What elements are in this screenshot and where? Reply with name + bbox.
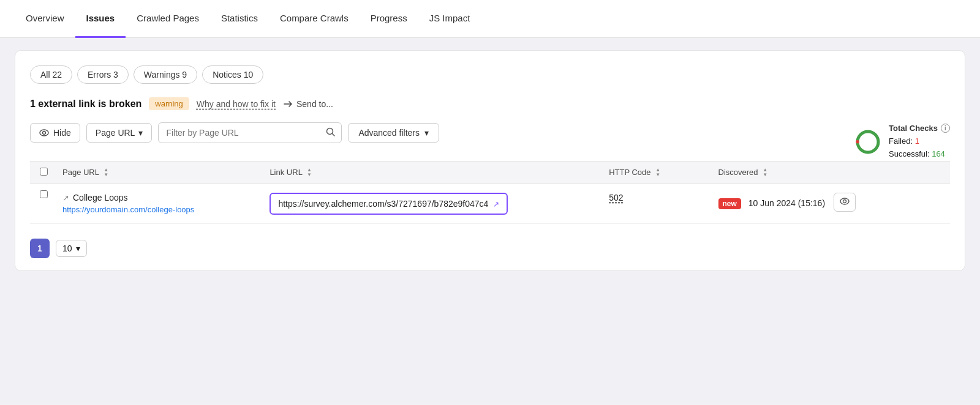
- filter-tab-all[interactable]: All 22: [30, 65, 72, 84]
- chevron-down-icon: ▾: [138, 128, 143, 138]
- sort-page-url-icon[interactable]: ▲▼: [104, 168, 108, 177]
- controls-and-checks: Hide Page URL ▾: [30, 122, 950, 161]
- filter-tab-notices[interactable]: Notices 10: [202, 65, 263, 84]
- controls-row: Hide Page URL ▾: [30, 122, 842, 143]
- page-title: College Loops: [73, 193, 128, 202]
- page-url-dropdown[interactable]: Page URL ▾: [86, 123, 153, 143]
- advanced-filters-button[interactable]: Advanced filters ▾: [348, 123, 439, 143]
- issues-card: All 22 Errors 3 Warnings 9 Notices 10 1 …: [15, 50, 965, 271]
- svg-point-7: [843, 200, 846, 203]
- view-button[interactable]: [834, 193, 856, 212]
- search-button[interactable]: [320, 123, 341, 143]
- top-nav: Overview Issues Crawled Pages Statistics…: [0, 0, 980, 38]
- nav-item-js-impact[interactable]: JS Impact: [418, 0, 481, 38]
- filter-tab-errors[interactable]: Errors 3: [77, 65, 129, 84]
- hide-button[interactable]: Hide: [30, 123, 80, 143]
- page-url-link[interactable]: https://yourdomain.com/college-loops: [62, 205, 194, 214]
- chevron-down-per-page: ▾: [76, 243, 80, 253]
- total-checks-text: Failed: 1 Successful: 164: [889, 135, 950, 161]
- col-discovered: Discovered ▲▼: [709, 161, 951, 184]
- svg-point-0: [40, 130, 48, 136]
- nav-item-progress[interactable]: Progress: [360, 0, 418, 38]
- svg-line-3: [333, 134, 335, 136]
- link-url-cell: https://survey.alchemer.com/s3/7271697/b…: [260, 184, 599, 224]
- filter-tab-warnings[interactable]: Warnings 9: [134, 65, 197, 84]
- total-checks-label: Total Checks: [889, 124, 938, 133]
- total-checks-info: Total Checks i Failed: 1 Successful: 164: [889, 124, 950, 161]
- nav-item-overview[interactable]: Overview: [15, 0, 75, 38]
- successful-value: 164: [932, 149, 945, 158]
- discovered-cell: new 10 Jun 2024 (15:16): [709, 184, 951, 224]
- donut-chart: [854, 128, 881, 155]
- search-box: [158, 122, 342, 143]
- link-url-text: https://survey.alchemer.com/s3/7271697/b…: [278, 199, 488, 209]
- failed-value: 1: [915, 136, 919, 146]
- http-code-cell: 502: [599, 184, 708, 224]
- nav-item-issues[interactable]: Issues: [75, 0, 126, 38]
- eye-icon: [39, 128, 49, 138]
- issue-headline: 1 external link is broken warning Why an…: [30, 97, 950, 110]
- col-page-url: Page URL ▲▼: [53, 161, 260, 184]
- issue-badge: warning: [149, 97, 189, 110]
- svg-point-4: [858, 132, 878, 152]
- chevron-down-icon-adv: ▾: [424, 128, 429, 138]
- http-code-value: 502: [609, 193, 623, 202]
- sort-link-url-icon[interactable]: ▲▼: [307, 168, 312, 177]
- svg-point-6: [840, 198, 849, 204]
- filter-tabs: All 22 Errors 3 Warnings 9 Notices 10: [30, 65, 950, 84]
- table-row: ↗ College Loops https://yourdomain.com/c…: [30, 184, 950, 224]
- send-icon: [283, 99, 293, 109]
- col-http-code: HTTP Code ▲▼: [599, 161, 708, 184]
- sort-discovered-icon[interactable]: ▲▼: [763, 168, 767, 177]
- main-content: All 22 Errors 3 Warnings 9 Notices 10 1 …: [0, 38, 980, 283]
- data-table: Page URL ▲▼ Link URL ▲▼ HTTP Code: [30, 161, 950, 225]
- successful-label: Successful:: [889, 149, 929, 158]
- col-link-url: Link URL ▲▼: [260, 161, 599, 184]
- controls-left: Hide Page URL ▾: [30, 122, 842, 155]
- discovered-date: 10 Jun 2024 (15:16): [748, 198, 825, 208]
- search-icon: [326, 127, 335, 136]
- failed-label: Failed:: [889, 136, 913, 146]
- pagination-row: 1 10 ▾: [30, 236, 950, 258]
- page-1-button[interactable]: 1: [30, 239, 50, 258]
- search-input[interactable]: [159, 124, 320, 142]
- sort-http-code-icon[interactable]: ▲▼: [655, 168, 660, 177]
- svg-point-1: [43, 132, 46, 135]
- total-checks-info-icon[interactable]: i: [941, 124, 950, 133]
- link-url-ext-icon: ↗: [493, 200, 499, 209]
- external-link-icon: ↗: [62, 193, 69, 202]
- select-all-checkbox[interactable]: [40, 168, 48, 176]
- nav-item-statistics[interactable]: Statistics: [210, 0, 269, 38]
- row-checkbox[interactable]: [40, 190, 48, 198]
- nav-item-crawled-pages[interactable]: Crawled Pages: [126, 0, 210, 38]
- new-badge: new: [718, 198, 741, 209]
- nav-item-compare-crawls[interactable]: Compare Crawls: [269, 0, 360, 38]
- fix-link[interactable]: Why and how to fix it: [197, 99, 276, 109]
- send-to-button[interactable]: Send to...: [283, 99, 333, 109]
- total-checks-widget: Total Checks i Failed: 1 Successful: 164: [854, 122, 950, 161]
- per-page-select[interactable]: 10 ▾: [56, 240, 87, 257]
- issue-title: 1 external link is broken: [30, 98, 141, 110]
- eye-view-icon: [840, 196, 850, 206]
- page-url-cell: ↗ College Loops https://yourdomain.com/c…: [53, 184, 260, 224]
